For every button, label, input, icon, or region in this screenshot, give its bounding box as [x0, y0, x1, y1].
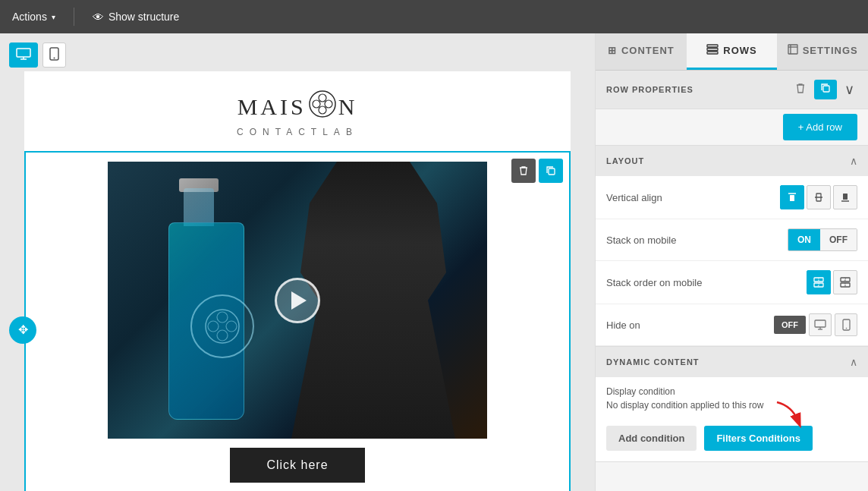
- svg-rect-28: [843, 194, 848, 200]
- hide-mobile-btn[interactable]: [835, 313, 857, 336]
- dynamic-content-header[interactable]: DYNAMIC CONTENT ∧: [596, 347, 868, 377]
- tab-settings[interactable]: SETTINGS: [777, 33, 868, 70]
- order-down-btn[interactable]: 12: [807, 270, 831, 294]
- row-copy-icon-btn[interactable]: [814, 80, 837, 99]
- stack-mobile-label: Stack on mobile: [606, 234, 677, 246]
- row-properties-actions: ∨: [791, 80, 857, 99]
- row-delete-icon-btn[interactable]: [791, 80, 810, 99]
- logo-area: MAIS N CONTACTLAB: [24, 71, 571, 151]
- svg-point-11: [206, 310, 239, 343]
- logo-part2: N: [338, 94, 358, 120]
- svg-point-12: [217, 312, 228, 323]
- layout-title: LAYOUT: [606, 156, 644, 165]
- hide-on-label: Hide on: [606, 319, 640, 331]
- svg-rect-17: [707, 49, 718, 51]
- show-structure-label: Show structure: [108, 11, 179, 23]
- display-condition-label: Display condition: [606, 386, 675, 397]
- stack-order-buttons: 12 21: [807, 270, 857, 294]
- dynamic-content-title: DYNAMIC CONTENT: [606, 357, 700, 367]
- logo-part1: MAIS: [237, 94, 307, 120]
- topbar: Actions ▾ 👁 Show structure: [0, 0, 868, 33]
- vertical-align-label: Vertical align: [606, 192, 662, 203]
- settings-tab-label: SETTINGS: [803, 45, 858, 56]
- hide-on-controls: OFF: [774, 313, 857, 336]
- actions-button[interactable]: Actions ▾: [12, 11, 55, 23]
- logo-icon: [308, 90, 337, 124]
- row-properties-header: ROW PROPERTIES ∨: [596, 71, 868, 109]
- panel-content: ROW PROPERTIES ∨ + Add row LAYO: [596, 71, 868, 491]
- svg-text:2: 2: [818, 282, 820, 287]
- content-tab-icon: ⊞: [608, 45, 617, 56]
- align-top-btn[interactable]: [780, 185, 804, 209]
- logo-text: MAIS N: [24, 90, 571, 124]
- svg-point-7: [319, 106, 326, 114]
- row-collapse-btn[interactable]: ∨: [841, 80, 857, 99]
- svg-point-13: [217, 330, 228, 341]
- email-canvas: MAIS N CONTACTLAB: [24, 71, 571, 491]
- align-bottom-btn[interactable]: [833, 185, 857, 209]
- dynamic-content-section: DYNAMIC CONTENT ∧ Display condition No d…: [596, 347, 868, 462]
- add-condition-button[interactable]: Add condition: [606, 426, 697, 451]
- cta-button[interactable]: Click here: [230, 448, 364, 483]
- content-row[interactable]: ✥: [24, 151, 571, 491]
- row-actions: [511, 159, 563, 183]
- vertical-align-row: Vertical align: [596, 176, 868, 219]
- right-panel: ⊞ CONTENT ROWS SETTINGS ROW PROPERTIES: [595, 33, 868, 491]
- row-copy-btn[interactable]: [539, 159, 563, 183]
- eye-icon: 👁: [93, 11, 104, 24]
- svg-rect-16: [707, 45, 718, 47]
- svg-point-15: [226, 321, 237, 332]
- order-up-btn[interactable]: 21: [833, 270, 857, 294]
- actions-label: Actions: [12, 11, 47, 23]
- hide-off-btn[interactable]: OFF: [774, 316, 806, 334]
- mobile-device-btn[interactable]: [42, 42, 66, 68]
- tab-content[interactable]: ⊞ CONTENT: [596, 33, 687, 70]
- tab-rows[interactable]: ROWS: [687, 33, 778, 70]
- stack-mobile-toggle: ON OFF: [788, 228, 857, 251]
- add-row-area: + Add row: [596, 109, 868, 146]
- layout-collapse-icon: ∧: [850, 155, 857, 167]
- stack-order-label: Stack order on mobile: [606, 277, 702, 288]
- desktop-device-btn[interactable]: [9, 42, 38, 68]
- hide-desktop-btn[interactable]: [809, 313, 832, 336]
- layout-section-header[interactable]: LAYOUT ∧: [596, 146, 868, 176]
- add-row-button[interactable]: + Add row: [783, 114, 857, 140]
- vertical-align-buttons: [780, 185, 857, 209]
- red-arrow-container: [769, 398, 807, 432]
- svg-point-4: [54, 58, 55, 59]
- svg-rect-22: [823, 86, 829, 92]
- bottle-logo: [190, 294, 254, 358]
- stack-mobile-row: Stack on mobile ON OFF: [596, 219, 868, 261]
- bottle-decoration: [153, 177, 275, 420]
- rows-tab-icon: [706, 44, 719, 57]
- stack-order-row: Stack order on mobile 12 21: [596, 261, 868, 304]
- video-thumbnail[interactable]: [108, 162, 487, 439]
- svg-rect-18: [707, 52, 718, 54]
- stack-off-btn[interactable]: OFF: [820, 229, 857, 250]
- svg-text:2: 2: [844, 277, 847, 282]
- svg-text:1: 1: [844, 282, 847, 287]
- layout-section: LAYOUT ∧ Vertical align: [596, 146, 868, 347]
- play-icon: [291, 291, 307, 310]
- svg-text:1: 1: [818, 277, 820, 282]
- display-condition-text: Display condition No display condition a…: [596, 377, 868, 420]
- stack-on-btn[interactable]: ON: [788, 229, 820, 250]
- align-middle-btn[interactable]: [807, 185, 831, 209]
- rows-tab-label: ROWS: [723, 45, 756, 56]
- play-button[interactable]: [275, 278, 320, 323]
- no-condition-label: No display condition applied to this row: [606, 400, 763, 411]
- actions-chevron: ▾: [52, 13, 55, 21]
- dynamic-content-buttons: Add condition Filters Conditions: [596, 420, 868, 461]
- row-delete-btn[interactable]: [511, 159, 536, 183]
- hide-on-row: Hide on OFF: [596, 304, 868, 346]
- show-structure-button[interactable]: 👁 Show structure: [93, 11, 179, 24]
- video-block[interactable]: [108, 162, 487, 439]
- svg-rect-24: [790, 195, 794, 201]
- main-layout: MAIS N CONTACTLAB: [0, 33, 868, 491]
- device-switcher: [9, 42, 66, 68]
- svg-rect-37: [815, 320, 826, 327]
- content-tab-label: CONTENT: [621, 45, 675, 56]
- logo-subtitle: CONTACTLAB: [24, 127, 571, 137]
- dynamic-collapse-icon: ∧: [850, 356, 857, 368]
- move-handle[interactable]: ✥: [9, 316, 36, 344]
